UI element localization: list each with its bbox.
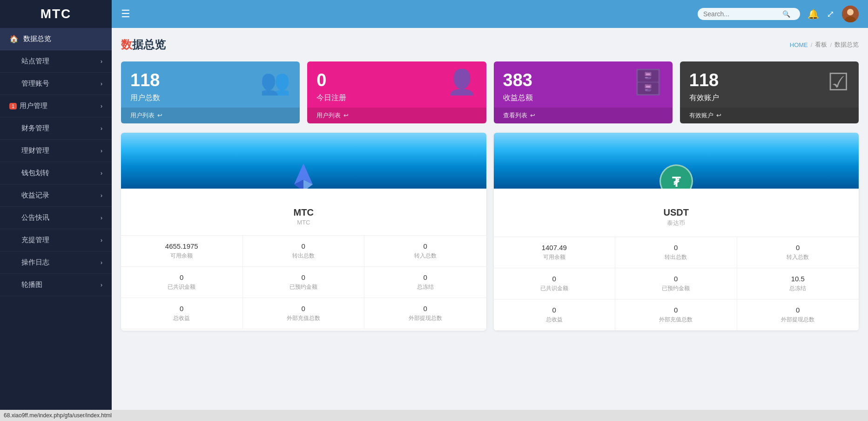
coin-panel-usdt: ₮ USDT 泰达币 1407.49 可用余额 0 转出总数	[494, 133, 859, 331]
chevron-icon: ›	[101, 259, 102, 266]
avatar[interactable]	[842, 6, 859, 22]
sidebar-item-deposit[interactable]: 充提管理 ›	[0, 229, 112, 251]
sidebar-item-news[interactable]: 公告快讯 ›	[0, 207, 112, 229]
stat-label: 转出总数	[620, 253, 732, 261]
check-icon: ☑	[828, 68, 849, 96]
chevron-icon: ›	[101, 215, 102, 221]
sidebar-item-label: 数据总览	[23, 34, 51, 43]
coin-stat-cell: 0 已预约金额	[615, 268, 737, 299]
coin-panels: MTC MTC 4655.1975 可用余额 0 转出总数 0 转入总数 0	[121, 133, 859, 331]
stat-value: 0	[369, 305, 482, 312]
stat-footer-users[interactable]: 用户列表 ↩	[121, 108, 300, 123]
stat-value: 0	[248, 305, 360, 312]
stat-label: 外部充值总数	[620, 316, 732, 324]
stat-value: 0	[248, 273, 360, 281]
stat-label-users: 用户总数	[130, 93, 160, 103]
sidebar-item-users[interactable]: 1 用户管理 ›	[0, 95, 112, 117]
sidebar-item-wealth[interactable]: 理财管理 ›	[0, 140, 112, 162]
stat-label: 可用余额	[126, 252, 238, 260]
sidebar-item-account[interactable]: 管理账号 ›	[0, 73, 112, 95]
page-header: 数据总览 HOME / 看板 / 数据总览	[121, 37, 859, 52]
users-icon: 👥	[260, 68, 290, 96]
breadcrumb-home[interactable]: HOME	[790, 41, 808, 48]
stat-footer-earnings[interactable]: 查看列表 ↩	[494, 108, 673, 123]
topbar: ☰ 🔍 🔔 ⤢	[112, 0, 868, 28]
coin-stat-cell: 0 外部充值总数	[615, 299, 737, 331]
search-input[interactable]	[703, 10, 782, 18]
stat-label: 外部提现总数	[742, 316, 855, 324]
coin-stat-cell: 4655.1975 可用余额	[121, 236, 243, 267]
svg-point-1	[847, 9, 854, 15]
coin-stat-cell: 0 总收益	[494, 299, 616, 331]
stat-number-today: 0	[316, 71, 346, 90]
coin-panel-mtc: MTC MTC 4655.1975 可用余额 0 转出总数 0 转入总数 0	[121, 133, 486, 331]
coin-sub-usdt: 泰达币	[503, 219, 850, 227]
coin-stat-cell: 0 转出总数	[243, 236, 365, 267]
stat-label: 总冻结	[742, 285, 855, 292]
stat-value: 0	[126, 273, 238, 281]
coin-stat-cell: 0 已预约金额	[243, 267, 365, 298]
coin-stat-cell: 0 外部提现总数	[364, 298, 486, 329]
chevron-icon: ›	[101, 170, 102, 177]
chevron-icon: ›	[101, 81, 102, 87]
coin-stat-cell: 10.5 总冻结	[737, 268, 859, 299]
stat-label-earnings: 收益总额	[503, 93, 533, 103]
sidebar-logo: MTC	[0, 0, 112, 28]
stat-label: 外部充值总数	[248, 314, 360, 322]
bell-icon[interactable]: 🔔	[807, 8, 819, 20]
url-bar: 68.xiao9ff.me/index.php/gfa/user/index.h…	[0, 410, 868, 421]
sidebar-item-label: 理财管理	[21, 146, 49, 155]
coin-stat-cell: 0 总冻结	[364, 267, 486, 298]
chevron-icon: ›	[101, 103, 102, 109]
coin-banner-usdt: ₮	[494, 133, 859, 189]
stat-value: 0	[369, 273, 482, 281]
search-icon: 🔍	[782, 10, 790, 18]
coin-stats-usdt: 1407.49 可用余额 0 转出总数 0 转入总数 0 已共识金额 0 已	[494, 237, 859, 331]
sidebar-item-label: 公告快讯	[21, 213, 49, 222]
coin-stat-cell: 1407.49 可用余额	[494, 237, 616, 268]
sidebar-item-banner[interactable]: 轮播图 ›	[0, 274, 112, 296]
stat-label: 已预约金额	[248, 283, 360, 291]
sidebar-item-label: 操作日志	[21, 258, 49, 267]
coin-sub-mtc: MTC	[130, 219, 477, 226]
breadcrumb-board: 看板	[815, 41, 827, 49]
main-content: 数据总览 HOME / 看板 / 数据总览 118 用户总数 👥 用户列表 ↩	[112, 28, 868, 421]
coin-stat-cell: 0 转入总数	[364, 236, 486, 267]
sidebar-item-finance[interactable]: 财务管理 ›	[0, 117, 112, 140]
sidebar-item-site[interactable]: 站点管理 ›	[0, 50, 112, 73]
coin-stat-cell: 0 已共识金额	[494, 268, 616, 299]
stat-card-users: 118 用户总数 👥 用户列表 ↩	[121, 61, 300, 123]
stat-value: 1407.49	[498, 244, 611, 251]
fullscreen-icon[interactable]: ⤢	[827, 8, 834, 20]
stat-label: 总收益	[126, 314, 238, 322]
breadcrumb-current: 数据总览	[834, 41, 859, 49]
coin-banner-mtc	[121, 133, 486, 189]
database-icon: 🗄️	[633, 68, 663, 96]
coin-stat-cell: 0 外部提现总数	[737, 299, 859, 331]
sidebar-item-wallet[interactable]: 钱包划转 ›	[0, 162, 112, 184]
url-text: 68.xiao9ff.me/index.php/gfa/user/index.h…	[4, 412, 112, 419]
stat-number-active: 118	[689, 71, 719, 90]
stat-value: 0	[369, 242, 482, 250]
sidebar-item-label: 财务管理	[21, 124, 49, 133]
sidebar-item-label: 站点管理	[21, 57, 49, 66]
sidebar-item-dashboard[interactable]: 🏠 数据总览	[0, 28, 112, 50]
stat-label: 转入总数	[369, 252, 482, 260]
stat-label: 总冻结	[369, 283, 482, 291]
sidebar-item-earnings[interactable]: 收益记录 ›	[0, 184, 112, 207]
stat-label-active: 有效账户	[689, 93, 719, 103]
topbar-search-wrapper: 🔍 🔔 ⤢	[698, 6, 859, 22]
stat-cards: 118 用户总数 👥 用户列表 ↩ 0 今日注册 👤 用户列表 ↩	[121, 61, 859, 123]
stat-footer-today[interactable]: 用户列表 ↩	[307, 108, 486, 123]
stat-footer-active[interactable]: 有效账户 ↩	[680, 108, 859, 123]
sidebar-item-label: 充提管理	[21, 236, 49, 244]
chevron-icon: ›	[101, 237, 102, 244]
hamburger-icon[interactable]: ☰	[121, 8, 130, 20]
sidebar-item-label: 管理账号	[21, 79, 49, 88]
stat-label: 转入总数	[742, 253, 855, 261]
stat-value: 0	[498, 275, 611, 283]
coin-stat-cell: 0 外部充值总数	[243, 298, 365, 329]
stat-label: 已共识金额	[126, 283, 238, 291]
sidebar-item-log[interactable]: 操作日志 ›	[0, 251, 112, 274]
stat-label: 已共识金额	[498, 285, 611, 292]
